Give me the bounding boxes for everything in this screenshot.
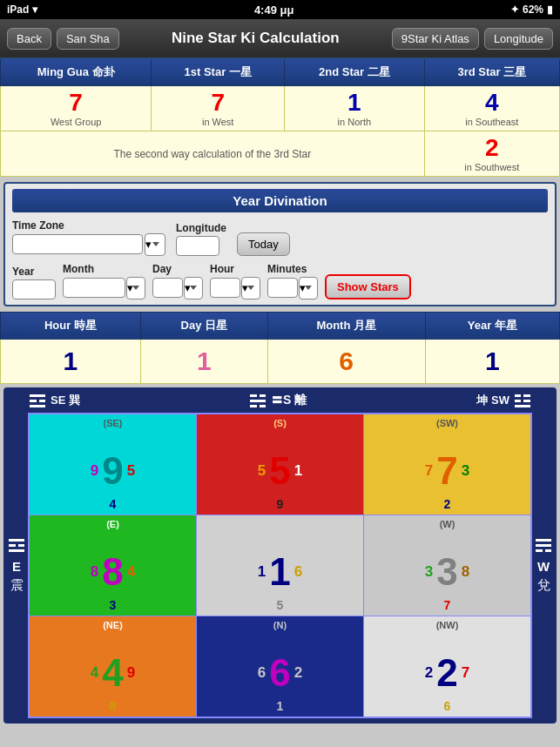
cell-center: 1 1 6 5 <box>197 515 363 616</box>
month-field: Month January ▾ <box>63 263 145 299</box>
bluetooth-icon: ✦ <box>510 3 519 16</box>
day-label: Day <box>152 263 203 275</box>
ming-gua-cell: 7 West Group <box>1 86 152 131</box>
day-select[interactable]: ▾ <box>184 277 203 299</box>
device-name: iPad <box>7 3 29 16</box>
star3b-label: in Southwest <box>428 162 556 172</box>
stars-table: Ming Gua 命卦 1st Star 一星 2nd Star 二星 3rd … <box>0 57 560 177</box>
cell-W: (W) 3 3 8 7 <box>364 515 530 616</box>
result-year: 1 <box>425 339 559 383</box>
divination-title: Year Divination <box>12 189 548 212</box>
cell-NW-label: (NW) <box>436 620 459 630</box>
status-bar: iPad ▾ 4:49 μμ ✦ 62% ▮ <box>0 0 560 19</box>
minutes-select[interactable]: ▾ <box>299 277 318 299</box>
year-field: Year 2018 <box>12 266 56 299</box>
divination-section: Year Divination Time Zone (GMT) UK/Londo… <box>3 182 557 306</box>
san-sha-button[interactable]: San Sha <box>57 28 119 50</box>
result-col-day: Day 日星 <box>140 312 267 339</box>
day-input[interactable]: 05 <box>152 278 183 298</box>
star-note-cell: The second way calculation of the 3rd St… <box>1 131 425 176</box>
longitude-button[interactable]: Longitude <box>484 28 553 50</box>
star1-cell: 7 in West <box>152 86 285 131</box>
today-button[interactable]: Today <box>237 232 290 256</box>
longitude-field: Longitude 0 <box>176 222 226 256</box>
star1-number: 7 <box>155 90 280 117</box>
day-field: Day 05 ▾ <box>152 263 203 299</box>
minutes-input[interactable]: 48 <box>267 278 298 298</box>
star2-label: in North <box>288 117 420 127</box>
nav-title: Nine Star Ki Calculation <box>125 30 387 47</box>
wifi-icon: ▾ <box>32 3 37 16</box>
compass-right-label: W <box>537 559 550 574</box>
star3b-cell: 2 in Southwest <box>424 131 559 176</box>
timezone-input[interactable]: (GMT) UK/London <box>12 234 143 254</box>
compass-right-chinese: 兌 <box>537 577 550 594</box>
compass-section: SE 巽 〓S 離 坤 SW <box>3 387 557 723</box>
cell-N: (N) 6 6 2 1 <box>197 616 363 717</box>
month-label: Month <box>63 263 145 275</box>
atlas-button[interactable]: 9Star Ki Atlas <box>392 28 479 50</box>
result-month: 6 <box>267 339 425 383</box>
compass-grid: (SE) 9 9 5 4 (S) <box>28 413 532 718</box>
result-hour: 1 <box>1 339 141 383</box>
battery-icon: ▮ <box>547 3 553 16</box>
compass-left-chinese: 震 <box>10 577 24 594</box>
back-button[interactable]: Back <box>7 28 51 50</box>
col-ming-gua: Ming Gua 命卦 <box>1 58 152 86</box>
star3b-number: 2 <box>428 135 556 162</box>
year-input[interactable]: 2018 <box>12 279 56 299</box>
cell-SW: (SW) 7 7 3 2 <box>364 414 530 515</box>
longitude-input[interactable]: 0 <box>176 236 219 256</box>
stars-note-row: The second way calculation of the 3rd St… <box>1 131 560 176</box>
month-input[interactable]: January <box>63 278 125 298</box>
result-col-hour: Hour 時星 <box>1 312 141 339</box>
hour-label: Hour <box>210 263 260 275</box>
timezone-label: Time Zone <box>12 219 165 232</box>
month-select[interactable]: ▾ <box>126 277 145 299</box>
cell-NE-label: (NE) <box>103 620 123 630</box>
stars-values-row: 7 West Group 7 in West 1 in North 4 in S… <box>1 86 560 131</box>
hour-select[interactable]: ▾ <box>241 277 260 299</box>
cell-NE: (NE) 4 4 9 8 <box>30 616 196 717</box>
cell-SE: (SE) 9 9 5 4 <box>30 414 196 515</box>
cell-N-label: (N) <box>273 620 287 630</box>
cell-S-label: (S) <box>273 418 287 428</box>
star-note-text: The second way calculation of the 3rd St… <box>110 145 314 164</box>
compass-top-left-label: SE 巽 <box>30 393 80 409</box>
ming-gua-number: 7 <box>4 90 147 117</box>
minutes-field: Minutes 48 ▾ <box>267 263 318 299</box>
cell-SW-label: (SW) <box>436 418 458 428</box>
timezone-select[interactable]: ▾ <box>145 233 165 256</box>
status-right: ✦ 62% ▮ <box>510 3 553 16</box>
star1-label: in West <box>155 117 280 127</box>
nav-bar: Back San Sha Nine Star Ki Calculation 9S… <box>0 19 560 57</box>
star2-cell: 1 in North <box>285 86 424 131</box>
result-table: Hour 時星 Day 日星 Month 月星 Year 年星 1 1 6 1 <box>0 312 560 384</box>
cell-E: (E) 8 8 4 3 <box>30 515 196 616</box>
status-left: iPad ▾ <box>7 3 37 16</box>
compass-left-label: E <box>12 559 21 574</box>
status-time: 4:49 μμ <box>254 3 294 17</box>
battery-level: 62% <box>523 3 543 16</box>
cell-E-label: (E) <box>106 519 119 529</box>
col-1st-star: 1st Star 一星 <box>152 58 285 86</box>
ming-gua-label: West Group <box>4 117 147 127</box>
result-day: 1 <box>140 339 267 383</box>
cell-S: (S) 5 5 1 9 <box>197 414 363 515</box>
result-values-row: 1 1 6 1 <box>1 339 560 383</box>
minutes-label: Minutes <box>267 263 318 275</box>
cell-NW: (NW) 2 2 7 6 <box>364 616 530 717</box>
star2-number: 1 <box>288 90 420 117</box>
show-stars-button[interactable]: Show Stars <box>325 274 411 299</box>
result-col-month: Month 月星 <box>267 312 425 339</box>
year-label: Year <box>12 266 56 278</box>
hour-input[interactable]: 16 <box>210 278 240 298</box>
longitude-label: Longitude <box>176 222 226 234</box>
timezone-field: Time Zone (GMT) UK/London ▾ <box>12 219 165 256</box>
nav-right-buttons: 9Star Ki Atlas Longitude <box>392 28 553 50</box>
col-2nd-star: 2nd Star 二星 <box>285 58 424 86</box>
cell-SE-label: (SE) <box>104 418 123 428</box>
compass-top-right-label: 坤 SW <box>476 393 530 409</box>
result-col-year: Year 年星 <box>425 312 559 339</box>
star3-label: in Southeast <box>428 117 556 127</box>
